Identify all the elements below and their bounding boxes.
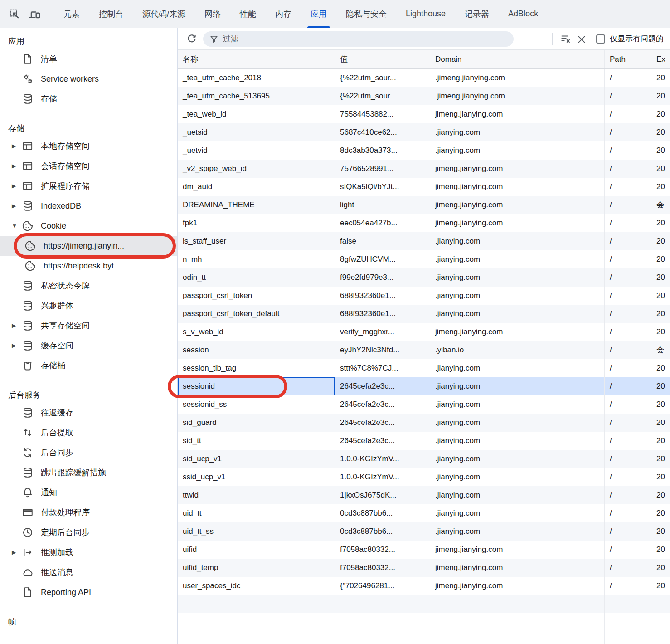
- column-header-value[interactable]: 值: [335, 50, 430, 68]
- cookie-row-sid_tt[interactable]: sid_tt2645cefa2e3c....jianying.com/20: [178, 432, 670, 450]
- chevron-right-icon[interactable]: ▶: [12, 322, 22, 329]
- updown-icon: [22, 427, 34, 439]
- chevron-right-icon[interactable]: ▶: [12, 342, 22, 349]
- sidebar-item-cookie[interactable]: ▼Cookie: [0, 216, 177, 236]
- cookie-row-uifid[interactable]: uifidf7058ac80332...jimeng.jianying.com/…: [178, 541, 670, 559]
- refresh-button[interactable]: [184, 31, 199, 47]
- cookie-row-user_spaces_idc[interactable]: user_spaces_idc{"7026496281...jimeng.jia…: [178, 577, 670, 595]
- filter-input[interactable]: [223, 34, 507, 44]
- sidebar-item--[interactable]: ▶缓存空间: [0, 336, 177, 356]
- sidebar-item--[interactable]: 往返缓存: [0, 403, 177, 423]
- cookie-value-cell: light: [335, 196, 430, 214]
- cookie-row-ttwid[interactable]: ttwid1|kxOsJ675dK....jianying.com/20: [178, 486, 670, 504]
- tab-控制台[interactable]: 控制台: [89, 0, 133, 28]
- sidebar-item--[interactable]: 后台同步: [0, 443, 177, 463]
- sidebar-item--[interactable]: 推送消息: [0, 562, 177, 582]
- cookie-row-sid_ucp_v1[interactable]: sid_ucp_v11.0.0-KGIzYmV....jianying.com/…: [178, 450, 670, 468]
- cookie-icon: [24, 240, 36, 252]
- chevron-right-icon[interactable]: ▶: [12, 143, 22, 149]
- cookie-row-sid_guard[interactable]: sid_guard2645cefa2e3c....jianying.com/20: [178, 414, 670, 432]
- tab-元素[interactable]: 元素: [54, 0, 89, 28]
- sidebar-item--[interactable]: 存储桶: [0, 356, 177, 376]
- sidebar-item--[interactable]: ▶扩展程序存储: [0, 176, 177, 196]
- clear-all-cookies-button[interactable]: [558, 31, 573, 47]
- chevron-down-icon[interactable]: ▼: [12, 223, 22, 229]
- only-show-issues-checkbox[interactable]: [596, 34, 605, 44]
- device-toolbar-button[interactable]: [24, 0, 44, 28]
- tab-AdBlock[interactable]: AdBlock: [499, 0, 548, 28]
- tab-源代码/来源[interactable]: 源代码/来源: [133, 0, 195, 28]
- cookie-row-uid_tt[interactable]: uid_tt0cd3c887bb6....jianying.com/20: [178, 504, 670, 522]
- cookie-row-n_mh[interactable]: n_mh8gfwZUHCVM....jianying.com/20: [178, 250, 670, 268]
- sidebar-item--[interactable]: 后台提取: [0, 423, 177, 443]
- cookie-row-s_v_web_id[interactable]: s_v_web_idverify_mgghxr...jimeng.jianyin…: [178, 323, 670, 341]
- sidebar-item--[interactable]: 通知: [0, 483, 177, 503]
- sidebar-item-reporting-api[interactable]: Reporting API: [0, 582, 177, 602]
- cookie-row-passport_csrf_token[interactable]: passport_csrf_token688f932360e1....jiany…: [178, 287, 670, 305]
- sidebar-item--[interactable]: ▶推测加载: [0, 542, 177, 562]
- cookie-row-_tea_web_id[interactable]: _tea_web_id75584453882...jimeng.jianying…: [178, 105, 670, 123]
- chevron-right-icon[interactable]: ▶: [12, 549, 22, 556]
- cookie-row-odin_tt[interactable]: odin_ttf99e2fd979e3....jianying.com/20: [178, 268, 670, 287]
- inspect-element-button[interactable]: [5, 0, 24, 28]
- cookie-row-_uetvid[interactable]: _uetvid8dc3ab30a373....jianying.com/20: [178, 141, 670, 160]
- empty-row: [178, 613, 670, 644]
- cookie-name-cell: user_spaces_idc: [178, 577, 335, 595]
- chevron-right-icon[interactable]: ▶: [12, 163, 22, 169]
- tab-Lighthouse[interactable]: Lighthouse: [396, 0, 455, 28]
- filter-box[interactable]: [203, 31, 514, 47]
- tab-内存[interactable]: 内存: [266, 0, 301, 28]
- column-header-path[interactable]: Path: [605, 50, 651, 68]
- cookie-value-cell: 8dc3ab30a373...: [335, 141, 430, 160]
- cookie-row-session_tlb_tag[interactable]: session_tlb_tagsttt%7C8%7CJ....jianying.…: [178, 359, 670, 377]
- sidebar-item-https-jimeng-jianyin-[interactable]: https://jimeng.jianyin...: [0, 236, 177, 256]
- cookie-row-uifid_temp[interactable]: uifid_tempf7058ac80332...jimeng.jianying…: [178, 559, 670, 577]
- sidebar-item-label: 扩展程序存储: [41, 181, 90, 191]
- cookie-row-dm_auid[interactable]: dm_auidsIQKa5lQi/bYJt...jimeng.jianying.…: [178, 178, 670, 196]
- sidebar-item--[interactable]: ▶本地存储空间: [0, 136, 177, 156]
- cookie-row-DREAMINA_THEME[interactable]: DREAMINA_THEMElightjimeng.jianying.com/会: [178, 196, 670, 214]
- sidebar-item--[interactable]: 兴趣群体: [0, 296, 177, 316]
- sidebar-item-service-workers[interactable]: Service workers: [0, 69, 177, 89]
- sidebar-item--[interactable]: 存储: [0, 89, 177, 109]
- cookie-icon: [24, 260, 36, 272]
- cookie-value-cell: 1|kxOsJ675dK...: [335, 486, 430, 504]
- sidebar-item--[interactable]: 付款处理程序: [0, 503, 177, 522]
- chevron-right-icon[interactable]: ▶: [12, 183, 22, 189]
- column-header-name[interactable]: 名称: [178, 50, 335, 68]
- column-header-expires[interactable]: Ex: [651, 50, 670, 68]
- sidebar-item--[interactable]: ▶会话存储空间: [0, 156, 177, 176]
- cookie-row-session[interactable]: sessioneyJhY2Nlc3Nfd....yiban.io/会: [178, 341, 670, 359]
- cookie-row-_uetsid[interactable]: _uetsid5687c410ce62....jianying.com/20: [178, 123, 670, 141]
- cookie-row-uid_tt_ss[interactable]: uid_tt_ss0cd3c887bb6....jianying.com/20: [178, 522, 670, 541]
- chevron-right-icon[interactable]: ▶: [12, 203, 22, 209]
- tab-网络[interactable]: 网络: [195, 0, 230, 28]
- delete-selected-button[interactable]: [573, 31, 589, 47]
- cookie-expires-cell: 20: [651, 486, 670, 504]
- sidebar-item--[interactable]: 私密状态令牌: [0, 276, 177, 296]
- tab-性能[interactable]: 性能: [230, 0, 266, 28]
- sidebar-item-indexeddb[interactable]: ▶IndexedDB: [0, 196, 177, 216]
- cookie-value-cell: 2645cefa2e3c...: [335, 414, 430, 432]
- sidebar-item--[interactable]: 清单: [0, 49, 177, 69]
- cookie-row-passport_csrf_token_default[interactable]: passport_csrf_token_default688f932360e1.…: [178, 305, 670, 323]
- tab-应用[interactable]: 应用: [301, 0, 336, 28]
- cookie-name-cell: ttwid: [178, 486, 335, 504]
- sidebar-item--[interactable]: ▶共享存储空间: [0, 316, 177, 336]
- cookie-row-ssid_ucp_v1[interactable]: ssid_ucp_v11.0.0-KGIzYmV....jianying.com…: [178, 468, 670, 486]
- column-header-domain[interactable]: Domain: [430, 50, 605, 68]
- cookie-domain-cell: .jianying.com: [430, 486, 605, 504]
- sidebar-item--[interactable]: 跳出跟踪缓解措施: [0, 463, 177, 483]
- cookie-row-_v2_spipe_web_id[interactable]: _v2_spipe_web_id75766528991...jimeng.jia…: [178, 160, 670, 178]
- cookie-row-sessionid[interactable]: sessionid2645cefa2e3c....jianying.com/20: [178, 377, 670, 395]
- cookie-row-_tea_utm_cache_513695[interactable]: _tea_utm_cache_513695{%22utm_sour....jim…: [178, 87, 670, 105]
- tab-记录器[interactable]: 记录器: [455, 0, 499, 28]
- cookie-name-cell: _uetsid: [178, 123, 335, 141]
- tab-隐私与安全[interactable]: 隐私与安全: [336, 0, 396, 28]
- cookie-row-sessionid_ss[interactable]: sessionid_ss2645cefa2e3c....jianying.com…: [178, 395, 670, 414]
- cookie-row-_tea_utm_cache_2018[interactable]: _tea_utm_cache_2018{%22utm_sour....jimen…: [178, 69, 670, 87]
- cookie-row-fpk1[interactable]: fpk1eec054ea427b...jimeng.jianying.com/2…: [178, 214, 670, 232]
- sidebar-item-https-helpdesk-byt-[interactable]: https://helpdesk.byt...: [0, 256, 177, 276]
- cookie-row-is_staff_user[interactable]: is_staff_userfalse.jianying.com/20: [178, 232, 670, 250]
- sidebar-item--[interactable]: 定期后台同步: [0, 522, 177, 542]
